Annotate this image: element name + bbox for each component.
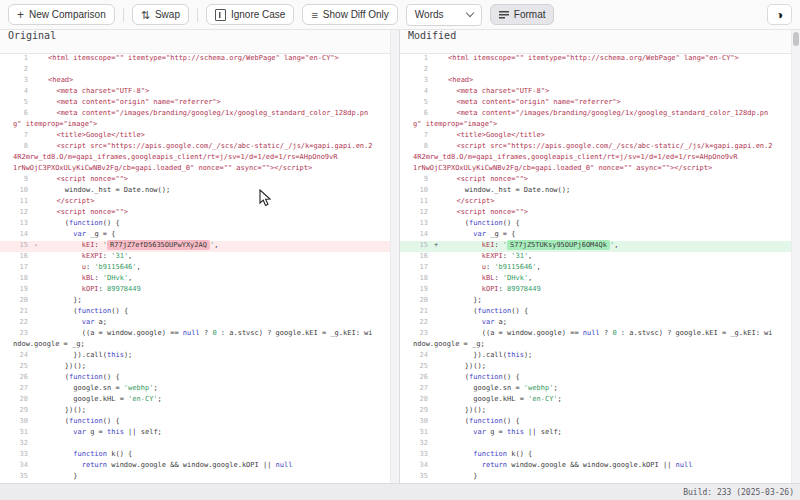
code-token: kOPI xyxy=(82,285,99,293)
code-token: : xyxy=(94,241,102,249)
theme-toggle-button[interactable]: ◑ xyxy=(767,4,792,25)
code-line: 8 <script src="https://apis.google.com/_… xyxy=(0,142,390,153)
line-number: 35 xyxy=(400,472,428,480)
code-token: 4R2mrw_td8.O/m=gapi_iframes,googleapis_c… xyxy=(13,153,338,161)
code-token: } xyxy=(48,472,78,480)
code-token xyxy=(48,428,73,436)
code-token: ( xyxy=(448,417,469,425)
code-token: ( xyxy=(448,373,469,381)
format-button[interactable]: Format xyxy=(490,4,555,25)
code-line: 22 var a; xyxy=(0,318,390,329)
code-token: : xyxy=(94,274,102,282)
code-line: 9 <script nonce=""> xyxy=(0,175,390,186)
code-line: 4R2mrw_td8.O/m=gapi_iframes,googleapis_c… xyxy=(400,153,791,164)
code-line: 18 kBL: 'DHvk', xyxy=(0,274,390,285)
swap-button[interactable]: ⇅ Swap xyxy=(132,4,189,25)
code-token: kEXPI xyxy=(482,252,503,260)
code-token: ; xyxy=(553,384,557,392)
line-number: 18 xyxy=(0,274,28,282)
code-token xyxy=(448,450,473,458)
code-token: , xyxy=(528,274,532,282)
code-token: '31' xyxy=(511,252,528,260)
code-token: return xyxy=(482,461,507,469)
code-line: 12 <script nonce=""> xyxy=(400,208,791,219)
code-token: ); xyxy=(124,351,132,359)
code-token: ((a = window.google) == xyxy=(48,329,183,337)
code-token: k() { xyxy=(507,450,532,458)
code-token: ndow.google = _g; xyxy=(13,340,85,348)
line-number: 33 xyxy=(400,450,428,458)
code-token: : xyxy=(494,241,502,249)
code-token xyxy=(448,230,473,238)
line-number: 22 xyxy=(400,318,428,326)
code-token xyxy=(48,230,73,238)
line-number: 14 xyxy=(400,230,428,238)
code-token: <meta charset="UTF-8"> xyxy=(448,87,549,95)
code-line: 4R2mrw_td8.O/m=gapi_iframes,googleapis_c… xyxy=(0,153,390,164)
line-number: 11 xyxy=(0,197,28,205)
line-number: 2 xyxy=(400,65,428,73)
line-number: 4 xyxy=(400,87,428,95)
modified-code[interactable]: 1<html itemscope="" itemtype="http://sch… xyxy=(400,54,791,483)
new-comparison-button[interactable]: + New Comparison xyxy=(8,4,115,25)
line-number: 6 xyxy=(400,109,428,117)
code-line: 4 <meta charset="UTF-8"> xyxy=(400,87,791,98)
original-code[interactable]: 1<html itemscope="" itemtype="http://sch… xyxy=(0,54,390,483)
code-token: kEI xyxy=(482,241,495,249)
code-token: 'b9115646' xyxy=(94,263,136,271)
code-token: _g = { xyxy=(86,230,116,238)
line-number: 19 xyxy=(400,285,428,293)
code-token: }; xyxy=(48,296,82,304)
code-line: 10 window._hst = Date.now(); xyxy=(0,186,390,197)
code-token: <title>Google</title> xyxy=(448,131,545,139)
code-line: 2 xyxy=(0,65,390,76)
code-token xyxy=(448,241,482,249)
code-token: a; xyxy=(94,318,107,326)
code-token: 'DHvk' xyxy=(503,274,528,282)
show-diff-only-button[interactable]: ≡ Show Diff Only xyxy=(302,4,397,25)
scrollbar-thumb[interactable] xyxy=(793,32,799,46)
line-number: 15 xyxy=(0,241,28,249)
code-line: 35 } xyxy=(400,472,791,483)
code-token: ? xyxy=(200,329,213,337)
code-line: 13 (function() { xyxy=(400,219,791,230)
line-number: 32 xyxy=(400,439,428,447)
code-line: 8 <script src="https://apis.google.com/_… xyxy=(400,142,791,153)
scrollbar-track[interactable] xyxy=(390,30,399,483)
code-token xyxy=(48,274,82,282)
ignore-case-button[interactable]: Ignore Case xyxy=(206,4,294,25)
code-line: 1rNwOjC3PXOxULyKiCwNBv2Fg/cb=gapi.loaded… xyxy=(400,164,791,175)
code-token: function xyxy=(469,219,503,227)
code-line: 16 kEXPI: '31', xyxy=(400,252,791,263)
line-number: 16 xyxy=(0,252,28,260)
code-token: <meta content="/images/branding/googleg/… xyxy=(448,109,768,117)
code-line: 7 <title>Google</title> xyxy=(400,131,791,142)
code-token xyxy=(448,263,482,271)
line-number: 34 xyxy=(400,461,428,469)
code-token: ( xyxy=(48,307,78,315)
line-number: 24 xyxy=(0,351,28,359)
code-token: <title>Google</title> xyxy=(48,131,145,139)
code-line: 33 function k() { xyxy=(400,450,791,461)
code-token: g" itemprop="image"> xyxy=(413,120,497,128)
code-token xyxy=(448,461,482,469)
code-line: 34 return window.google && window.google… xyxy=(400,461,791,472)
code-token: var xyxy=(73,428,86,436)
code-line: 19 kOPI: 89978449 xyxy=(0,285,390,296)
code-token: this xyxy=(507,351,524,359)
line-number: 10 xyxy=(400,186,428,194)
line-number: 1 xyxy=(0,54,28,62)
line-number: 28 xyxy=(0,395,28,403)
scrollbar-track[interactable] xyxy=(791,30,800,483)
code-token: <script nonce=""> xyxy=(448,208,528,216)
diff-mode-select[interactable]: Words xyxy=(406,4,482,26)
line-number: 26 xyxy=(0,373,28,381)
code-token: ( xyxy=(48,219,69,227)
code-token: <meta content="origin" name="referrer"> xyxy=(48,98,221,106)
code-token: })(); xyxy=(48,406,86,414)
new-comparison-label: New Comparison xyxy=(29,9,106,20)
code-line: 21 (function() { xyxy=(0,307,390,318)
code-token xyxy=(48,263,82,271)
ignore-case-icon xyxy=(215,9,226,21)
line-number: 5 xyxy=(400,98,428,106)
